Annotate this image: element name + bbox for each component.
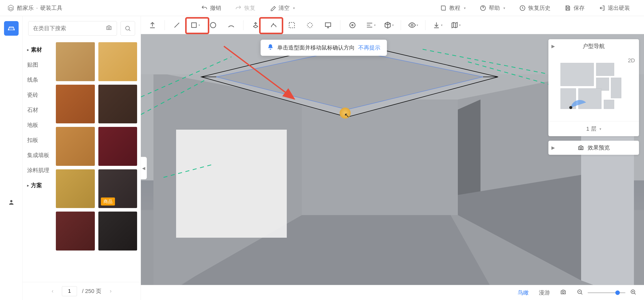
minimap-mode-badge[interactable]: 2D	[628, 57, 635, 64]
cat-header-material[interactable]: ▸素材	[23, 42, 52, 57]
tool-align[interactable]: ▾	[361, 18, 380, 32]
camera-icon[interactable]	[106, 24, 112, 32]
tool-extrude[interactable]	[247, 18, 265, 32]
category-list: ▸素材 贴图 线条 瓷砖 石材 地板 扣板 集成墙板 涂料肌理 ▸方案	[23, 41, 52, 282]
tool-upload[interactable]	[143, 18, 162, 32]
material-thumb[interactable]	[98, 127, 137, 166]
canvas-area: ▾ ▾ ▾ ▾ ▾ ▾ ◀	[141, 16, 644, 300]
cat-stone[interactable]: 石材	[23, 103, 52, 118]
search-box[interactable]	[28, 21, 117, 36]
tool-light[interactable]	[301, 18, 319, 32]
material-thumb[interactable]	[98, 42, 137, 81]
tool-target[interactable]	[343, 18, 361, 32]
right-panels: ▶户型导航 2D	[548, 39, 639, 159]
tool-curve[interactable]	[265, 18, 283, 32]
render-preview-label: 效果预览	[588, 144, 610, 152]
tool-circle[interactable]	[204, 18, 222, 32]
tool-rect[interactable]: ▾	[186, 18, 204, 32]
tool-visibility[interactable]: ▾	[404, 18, 422, 32]
collapse-icon[interactable]: ▶	[551, 145, 555, 151]
view-bird-tab[interactable]: 鸟瞰	[518, 289, 529, 296]
exit-button[interactable]: 退出硬装	[592, 4, 637, 12]
bell-icon	[267, 44, 274, 52]
sofa-icon	[7, 24, 15, 32]
svg-point-41	[562, 291, 564, 293]
svg-point-9	[350, 22, 355, 28]
brand-text: 酷家乐	[17, 4, 34, 12]
rail-user-button[interactable]	[8, 199, 15, 207]
svg-rect-33	[596, 63, 614, 76]
sidebar-collapse-handle[interactable]: ◀	[141, 157, 147, 179]
material-thumb[interactable]	[98, 85, 137, 124]
floorplan-nav-title: 户型导航	[583, 42, 605, 50]
cat-line[interactable]: 线条	[23, 72, 52, 87]
pager-total: / 250 页	[82, 287, 101, 295]
triangle-down-icon: ▸	[27, 48, 29, 52]
tool-download[interactable]: ▾	[428, 18, 447, 32]
module-text: 硬装工具	[40, 4, 62, 12]
undo-label: 撤销	[210, 4, 221, 12]
save-label: 保存	[574, 4, 585, 12]
cat-paint[interactable]: 涂料肌理	[23, 163, 52, 178]
tool-arc[interactable]	[222, 18, 240, 32]
history-icon	[519, 5, 526, 11]
floor-selector[interactable]: 1 层▾	[548, 121, 639, 136]
search-button[interactable]	[120, 21, 135, 36]
pager-next[interactable]: ›	[106, 288, 115, 294]
pager-page-input[interactable]	[62, 286, 77, 296]
history-button[interactable]: 恢复历史	[512, 4, 557, 12]
pager-prev[interactable]: ‹	[48, 288, 57, 294]
tool-line[interactable]	[168, 18, 186, 32]
svg-point-3	[108, 27, 110, 29]
svg-rect-8	[325, 23, 331, 26]
svg-point-2	[10, 200, 12, 202]
view-roam-tab[interactable]: 漫游	[539, 289, 550, 296]
zoom-in-button[interactable]	[630, 289, 636, 297]
save-button[interactable]: 保存	[557, 4, 592, 12]
material-thumb[interactable]	[56, 85, 95, 124]
minimap[interactable]: 2D	[548, 53, 639, 121]
cursor-icon: ↖	[344, 112, 350, 119]
material-thumb[interactable]: 商品	[98, 169, 137, 208]
material-thumb[interactable]	[56, 42, 95, 81]
cat-panel[interactable]: 扣板	[23, 133, 52, 148]
app-logo: 酷家乐 · 硬装工具	[7, 4, 62, 12]
material-grid: 商品	[52, 41, 141, 282]
cat-floor[interactable]: 地板	[23, 118, 52, 133]
cat-wallpanel[interactable]: 集成墙板	[23, 148, 52, 163]
tool-screen[interactable]	[319, 18, 337, 32]
clear-button[interactable]: 清空▾	[262, 4, 302, 12]
material-thumb[interactable]	[98, 212, 137, 251]
cat-tile[interactable]: 瓷砖	[23, 87, 52, 103]
chevron-down-icon: ▾	[599, 127, 601, 131]
svg-rect-32	[560, 63, 594, 86]
collapse-icon[interactable]: ▶	[551, 43, 555, 49]
cat-texture[interactable]: 贴图	[23, 57, 52, 72]
tool-map[interactable]: ▾	[447, 18, 465, 32]
material-thumb[interactable]	[56, 127, 95, 166]
cat-header-plan[interactable]: ▸方案	[23, 178, 52, 193]
help-button[interactable]: 帮助▾	[473, 4, 512, 12]
hint-dismiss-link[interactable]: 不再提示	[358, 44, 380, 52]
zoom-out-button[interactable]	[577, 289, 583, 297]
svg-rect-17	[176, 130, 287, 238]
camera-icon	[578, 144, 584, 151]
tool-region[interactable]	[283, 18, 301, 32]
svg-point-39	[569, 106, 572, 109]
exit-icon	[599, 5, 605, 11]
zoom-slider[interactable]	[588, 292, 625, 293]
rail-library-button[interactable]	[4, 21, 19, 36]
tool-material[interactable]: ▾	[380, 18, 398, 32]
triangle-right-icon: ▸	[27, 183, 29, 187]
render-preview-card: ▶ 效果预览	[548, 141, 639, 155]
chevron-down-icon: ▾	[503, 6, 505, 10]
tutorial-button[interactable]: 教程▾	[433, 4, 473, 12]
material-thumb[interactable]	[56, 212, 95, 251]
undo-button[interactable]: 撤销	[194, 4, 228, 12]
exit-label: 退出硬装	[608, 4, 630, 12]
redo-button[interactable]: 恢复	[228, 4, 262, 12]
material-thumb[interactable]	[56, 169, 95, 208]
snapshot-button[interactable]	[560, 289, 567, 297]
undo-icon	[201, 5, 208, 11]
search-input[interactable]	[33, 25, 106, 32]
